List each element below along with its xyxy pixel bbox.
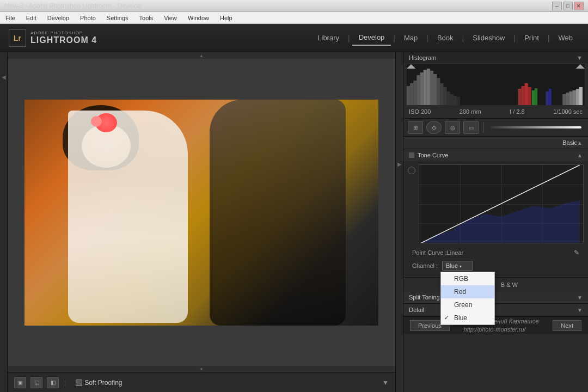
curve-edit-icon[interactable]: ✎	[574, 249, 579, 256]
menu-file[interactable]: File	[3, 14, 17, 22]
iso-value: ISO 200	[409, 108, 431, 115]
point-curve-value: Linear	[447, 249, 464, 256]
menu-develop[interactable]: Develop	[45, 14, 71, 22]
soft-proofing-checkbox[interactable]	[76, 379, 82, 386]
histogram-collapse-icon[interactable]: ▼	[577, 54, 583, 61]
detail-header[interactable]: Detail ▼	[403, 304, 588, 316]
menu-window[interactable]: Window	[186, 14, 211, 22]
tone-curve-header[interactable]: Tone Curve ▲	[403, 149, 588, 161]
view-mode-button-2[interactable]: ◱	[30, 377, 42, 388]
svg-rect-20	[532, 90, 535, 105]
menubar: File Edit Develop Photo Settings Tools V…	[0, 12, 588, 24]
svg-marker-31	[576, 64, 585, 69]
nav-sep-2: |	[393, 34, 395, 42]
svg-rect-7	[430, 71, 433, 105]
curve-graph-container	[419, 164, 584, 247]
maximize-button[interactable]: □	[563, 2, 573, 10]
channel-option-green[interactable]: Green	[441, 298, 494, 311]
spot-removal-tool[interactable]: ⊙	[426, 121, 442, 134]
photo-frame	[24, 100, 378, 326]
view-mode-button-1[interactable]: ▣	[14, 377, 26, 388]
next-button[interactable]: Next	[553, 320, 581, 331]
basic-panel-header[interactable]: Basic ▲	[403, 137, 588, 149]
svg-rect-0	[407, 86, 410, 105]
shutter-speed: 1/1000 sec	[553, 108, 583, 115]
svg-rect-21	[535, 88, 537, 105]
svg-rect-6	[427, 69, 430, 105]
svg-rect-3	[416, 75, 420, 105]
tone-curve-title: Tone Curve	[418, 152, 448, 158]
svg-rect-14	[454, 96, 457, 105]
target-adjustment-tool[interactable]	[408, 167, 415, 174]
svg-rect-16	[518, 89, 521, 105]
soft-proofing-toggle[interactable]: Soft Proofing	[76, 379, 122, 387]
tone-curve-area: Point Curve : Linear ✎ Channel : Blue ▾	[403, 161, 588, 277]
channel-label: Channel :	[412, 262, 438, 269]
expand-icon[interactable]: ▼	[382, 379, 389, 387]
detail-panel: Detail ▼	[403, 304, 588, 316]
svg-rect-4	[420, 72, 424, 105]
tab-library[interactable]: Library	[311, 30, 346, 45]
tone-curve-collapse-icon[interactable]: ▲	[577, 152, 583, 158]
channel-option-blue[interactable]: Blue	[441, 311, 494, 324]
curve-graph[interactable]	[419, 164, 584, 243]
lr-icon: Lr	[9, 29, 26, 47]
point-curve-label: Point Curve :	[412, 249, 447, 256]
basic-panel: Basic ▲	[403, 137, 588, 149]
tab-slideshow[interactable]: Slideshow	[466, 30, 511, 45]
bottom-expand-arrow[interactable]: ▼	[8, 366, 395, 372]
svg-rect-8	[433, 74, 437, 105]
left-expand-arrow[interactable]: ◀	[2, 74, 6, 80]
tab-book[interactable]: Book	[431, 30, 460, 45]
camera-info: ISO 200 200 mm f / 2.8 1/1000 sec	[403, 106, 588, 118]
minimize-button[interactable]: ─	[552, 2, 562, 10]
split-toning-header[interactable]: Split Toning ▼	[403, 291, 588, 303]
hsl-bw-tab[interactable]: B & W	[498, 280, 521, 289]
tab-map[interactable]: Map	[397, 30, 424, 45]
graduated-filter-tool[interactable]: ▭	[463, 121, 479, 134]
dropdown-arrow-icon: ▾	[460, 264, 462, 269]
svg-marker-30	[407, 64, 415, 69]
channel-option-red[interactable]: Red	[441, 285, 494, 298]
channel-option-rgb[interactable]: RGB	[441, 272, 494, 285]
menu-edit[interactable]: Edit	[24, 14, 39, 22]
panel-indicator-icon	[409, 152, 414, 158]
down-arrow-icon: ▼	[199, 367, 204, 372]
menu-view[interactable]: View	[162, 14, 179, 22]
red-eye-tool[interactable]: ◎	[445, 121, 460, 134]
detail-collapse-icon[interactable]: ▼	[577, 307, 583, 313]
menu-settings[interactable]: Settings	[105, 14, 131, 22]
right-panel: Histogram ▼	[403, 52, 588, 392]
channel-dropdown[interactable]: Blue ▾	[442, 261, 473, 271]
crop-tool[interactable]: ⊞	[408, 121, 423, 134]
view-mode-button-3[interactable]: ◧	[47, 377, 59, 388]
menu-help[interactable]: Help	[218, 14, 235, 22]
titlebar: New-3 - Adobe Photoshop Lightroom - Deve…	[0, 0, 588, 12]
right-expand-arrow[interactable]: ▶	[397, 161, 402, 167]
histogram-section: Histogram ▼	[403, 52, 588, 119]
brand-bottom: LIGHTROOM 4	[30, 35, 97, 45]
close-button[interactable]: ✕	[574, 2, 584, 10]
histogram-title: Histogram	[409, 54, 436, 61]
split-toning-panel: Split Toning ▼	[403, 291, 588, 304]
tone-slider-track[interactable]	[490, 126, 581, 128]
tab-web[interactable]: Web	[552, 30, 580, 45]
basic-collapse-icon[interactable]: ▲	[577, 140, 583, 146]
svg-rect-2	[413, 81, 416, 105]
photo-container	[8, 59, 395, 366]
histogram-svg	[407, 64, 585, 105]
tab-print[interactable]: Print	[518, 30, 546, 45]
tone-curve-panel: Tone Curve ▲	[403, 149, 588, 278]
channel-row: Channel : Blue ▾ RGB Red Green Blue	[408, 259, 584, 274]
tab-develop[interactable]: Develop	[352, 30, 391, 46]
nav-sep-1: |	[348, 34, 350, 42]
split-toning-collapse-icon[interactable]: ▼	[577, 295, 583, 301]
svg-rect-15	[457, 97, 460, 105]
detail-title: Detail	[409, 307, 424, 313]
top-expand-arrow[interactable]: ▲	[8, 52, 395, 59]
tone-curve-header-left: Tone Curve	[409, 152, 448, 158]
menu-photo[interactable]: Photo	[78, 14, 98, 22]
svg-rect-5	[424, 70, 427, 105]
menu-tools[interactable]: Tools	[137, 14, 156, 22]
photo-element	[210, 100, 346, 326]
